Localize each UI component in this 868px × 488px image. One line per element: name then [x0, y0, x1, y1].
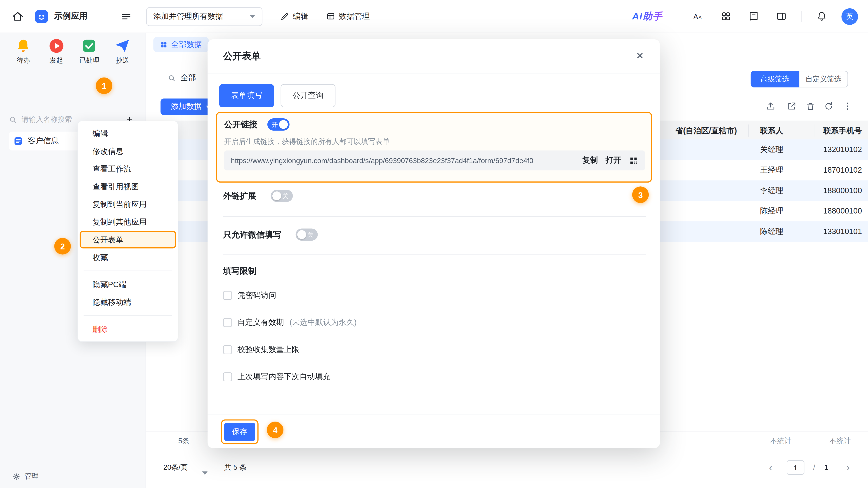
topbar: 示例应用 添加并管理所有数据 编辑 数据管理 AI助手 AA	[0, 0, 868, 33]
option-autofill-last[interactable]: 上次填写内容下次自动填充	[223, 372, 336, 382]
custom-filter-button[interactable]: 自定义筛选	[799, 71, 848, 87]
guide-book-icon[interactable]	[746, 8, 761, 24]
menu-item-edit[interactable]: 编辑	[78, 125, 178, 142]
public-link-section: 公开链接 开 开启后生成链接，获得链接的所有人都可以填写表单 https://w…	[216, 112, 652, 183]
menu-item-delete[interactable]: 删除	[78, 320, 178, 338]
open-in-new-icon[interactable]	[786, 101, 797, 111]
form-name: 客户信息	[28, 136, 59, 146]
col-header-phone[interactable]: 联系手机号	[823, 121, 862, 140]
manage-label: 管理	[24, 471, 39, 482]
menu-item-hide-pc[interactable]: 隐藏PC端	[78, 275, 178, 293]
wechat-only-row: 只允许微信填写 关	[223, 228, 318, 241]
advanced-filter-button[interactable]: 高级筛选	[751, 71, 800, 87]
user-avatar[interactable]: 英	[841, 8, 858, 25]
tab-all-data[interactable]: 全部数据	[153, 37, 209, 52]
chevron-down-icon	[250, 15, 255, 18]
sidebar-item-cc[interactable]: 抄送	[108, 38, 136, 72]
home-icon[interactable]	[10, 8, 26, 24]
external-link-toggle[interactable]: 关	[271, 190, 293, 202]
notification-bell-icon[interactable]	[814, 8, 829, 24]
form-context-menu: 编辑 修改信息 查看工作流 查看引用视图 复制到当前应用 复制到其他应用 公开表…	[78, 121, 178, 342]
quick-search-chip[interactable]: 全部	[168, 73, 196, 83]
page-size-select[interactable]: 20条/页	[163, 460, 188, 475]
checkbox[interactable]	[223, 291, 232, 300]
total-count: 共 5 条	[224, 460, 247, 475]
manage-button[interactable]: 管理	[12, 471, 39, 482]
col-header-province[interactable]: 省(自治区/直辖市)	[675, 121, 737, 140]
option-password-access[interactable]: 凭密码访问	[223, 291, 282, 300]
pencil-icon	[280, 11, 289, 21]
font-size-icon[interactable]: AA	[690, 8, 706, 24]
save-button[interactable]: 保存	[224, 423, 255, 441]
search-icon	[168, 74, 176, 82]
prev-page-icon[interactable]: ‹	[769, 460, 772, 475]
sidebar-item-processed[interactable]: 已处理	[75, 38, 103, 72]
copy-link-button[interactable]: 复制	[582, 156, 598, 165]
current-page-input[interactable]: 1	[786, 460, 804, 475]
todo-bell-icon	[15, 38, 31, 54]
cell-phone: 133010101	[823, 221, 862, 242]
public-link-toggle[interactable]: 开	[268, 119, 289, 131]
column-separator	[814, 125, 814, 137]
edit-button[interactable]: 编辑	[280, 11, 308, 21]
checkbox[interactable]	[223, 372, 232, 381]
wechat-only-toggle[interactable]: 关	[296, 228, 318, 240]
qr-code-icon[interactable]	[629, 156, 638, 165]
advanced-filter-label: 高级筛选	[761, 74, 789, 84]
ai-assistant-link[interactable]: AI助手	[632, 10, 663, 23]
toggle-knob	[279, 120, 288, 129]
menu-item-view-reference[interactable]: 查看引用视图	[78, 177, 178, 195]
menu-item-modify-info[interactable]: 修改信息	[78, 142, 178, 160]
tab-public-query[interactable]: 公开查询	[281, 84, 336, 107]
apps-grid-icon[interactable]	[718, 8, 734, 24]
menu-item-public-form[interactable]: 公开表单	[80, 231, 176, 248]
view-mode-value: 添加并管理所有数据	[153, 11, 223, 21]
refresh-icon[interactable]	[824, 101, 834, 111]
row-count: 5条	[178, 432, 190, 450]
toggle-off-label: 关	[307, 230, 313, 239]
menu-item-view-workflow[interactable]: 查看工作流	[78, 160, 178, 177]
step-badge-3: 3	[632, 186, 649, 203]
layout-panel-icon[interactable]	[773, 8, 789, 24]
menu-item-hide-mobile[interactable]: 隐藏移动端	[78, 293, 178, 311]
public-link-url[interactable]: https://www.yingxiongyun.com/dashboard/s…	[231, 156, 575, 165]
option-collect-limit[interactable]: 校验收集数量上限	[223, 345, 305, 355]
menu-item-favorite[interactable]: 收藏	[78, 249, 178, 266]
sidebar-item-initiate[interactable]: 发起	[42, 38, 70, 72]
custom-filter-label: 自定义筛选	[805, 74, 841, 84]
fill-limit-label: 填写限制	[223, 266, 256, 276]
fill-limit-header: 填写限制	[223, 265, 256, 278]
app-name: 示例应用	[54, 11, 88, 22]
quick-nav: 待办 发起 已处理 抄送	[0, 38, 146, 72]
initiate-play-icon	[48, 38, 64, 54]
public-link-desc: 开启后生成链接，获得链接的所有人都可以填写表单	[224, 137, 390, 147]
form-doc-icon	[13, 136, 23, 146]
checkbox[interactable]	[223, 318, 232, 327]
data-manage-button[interactable]: 数据管理	[326, 11, 370, 21]
tab-form-fill[interactable]: 表单填写	[219, 84, 274, 107]
cell-contact: 陈经理	[760, 201, 783, 221]
open-link-button[interactable]: 打开	[606, 156, 621, 165]
more-vertical-icon[interactable]	[842, 101, 852, 111]
col-header-contact[interactable]: 联系人	[760, 121, 783, 140]
sidebar-item-todo[interactable]: 待办	[9, 38, 37, 72]
menu-item-copy-current-app[interactable]: 复制到当前应用	[78, 195, 178, 213]
svg-text:A: A	[699, 14, 702, 20]
next-page-icon[interactable]: ›	[846, 460, 850, 475]
external-link-row: 外链扩展 关	[223, 189, 293, 203]
export-icon[interactable]	[766, 101, 776, 111]
toggle-knob	[297, 230, 306, 239]
grid-icon	[160, 41, 168, 48]
data-manage-label: 数据管理	[339, 11, 370, 21]
menu-item-copy-other-app[interactable]: 复制到其他应用	[78, 213, 178, 231]
option-label: 凭密码访问	[238, 291, 276, 300]
collapse-menu-icon[interactable]	[119, 8, 134, 24]
topbar-right: AI助手 AA 英	[632, 8, 858, 25]
close-icon[interactable]: ×	[632, 48, 648, 64]
view-mode-select[interactable]: 添加并管理所有数据	[146, 7, 262, 26]
trash-icon[interactable]	[805, 101, 815, 111]
todo-label: 待办	[17, 56, 30, 65]
option-note: (未选中默认为永久)	[289, 318, 357, 328]
option-custom-validity[interactable]: 自定义有效期 (未选中默认为永久)	[223, 318, 357, 328]
checkbox[interactable]	[223, 345, 232, 354]
